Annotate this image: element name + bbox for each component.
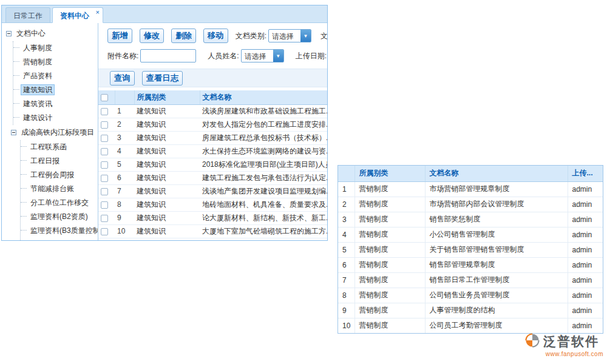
document-name-cell: 销售部奖惩制度: [425, 212, 568, 227]
tab-bar: 日常工作 资料中心 ×: [2, 5, 327, 23]
tree-root-project[interactable]: 成渝高铁内江标段项目: [11, 125, 97, 140]
category-cell: 营销制度: [354, 272, 425, 288]
category-cell: 营销制度: [354, 197, 425, 212]
tab-data-center[interactable]: 资料中心 ×: [52, 7, 103, 23]
sidebar-item[interactable]: 建筑设计: [13, 111, 97, 125]
document-name-cell: 论大厦新材料、新结构、新技术、新工...: [200, 211, 327, 224]
row-checkbox[interactable]: [101, 121, 108, 129]
checkbox-cell: [98, 118, 115, 131]
fanpu-branding: 泛普软件 www.fanpusoft.com: [524, 332, 603, 357]
project-item[interactable]: 节能减排台账: [21, 182, 97, 196]
project-item[interactable]: 工程例会周报: [21, 168, 97, 182]
row-checkbox[interactable]: [101, 161, 108, 169]
document-name-cell: 市场营销部内部会议管理制度: [425, 197, 568, 212]
row-number-cell: 8: [115, 198, 134, 211]
panel-body: 文档中心 人事制度 营销制度 产品资料: [2, 23, 327, 240]
document-row[interactable]: 1 建筑知识 浅谈房屋建筑和市政基础设施工程施工...: [98, 104, 327, 118]
document-row[interactable]: 5 建筑知识 2018标准化监理项目部(业主项目部)人员...: [98, 158, 327, 171]
uploader-cell: admin: [568, 212, 603, 227]
project-item[interactable]: 工程日报: [21, 154, 97, 168]
document-row[interactable]: 6 营销制度 销售部管理规章制度 admin: [338, 257, 603, 272]
document-name-cell: 房屋建筑工程总承包投标书（技术标）...: [200, 131, 327, 144]
document-row[interactable]: 5 营销制度 关于销售部管理销售管理制度 admin: [338, 242, 603, 257]
sidebar-item[interactable]: 产品资料: [13, 69, 97, 83]
project-item-label: 工程日报: [29, 156, 61, 166]
tree-root-label: 文档中心: [15, 28, 47, 39]
row-checkbox[interactable]: [101, 228, 108, 235]
delete-button[interactable]: 删除: [171, 29, 196, 43]
document-row[interactable]: 3 营销制度 销售部奖惩制度 admin: [338, 212, 603, 227]
uploader-cell: admin: [568, 181, 603, 197]
document-name-cell: 大厦地下室加气砼墙砌筑工程的施工方...: [200, 224, 327, 238]
document-row[interactable]: 9 建筑知识 论大厦新材料、新结构、新技术、新工...: [98, 211, 327, 224]
document-center-window: 日常工作 资料中心 × 文档中心 人事制度: [1, 5, 328, 241]
row-checkbox[interactable]: [101, 215, 108, 222]
modify-button[interactable]: 修改: [140, 29, 164, 43]
close-tab-icon[interactable]: ×: [96, 8, 100, 16]
row-number-cell: 5: [115, 158, 134, 171]
checkbox-cell: [98, 224, 115, 238]
document-row[interactable]: 8 营销制度 公司销售业务员管理制度 admin: [338, 288, 603, 303]
document-row[interactable]: 1 营销制度 市场营销部管理规章制度 admin: [338, 181, 603, 197]
documents-table: 所属别类 文档名称 1 建筑知识 浅谈房屋建筑和市政基础设施工程施工...: [98, 90, 327, 238]
checkbox-cell: [98, 131, 115, 144]
document-row[interactable]: 10 建筑知识 大厦地下室加气砼墙砌筑工程的施工方...: [98, 224, 327, 238]
row-number-cell: 4: [115, 144, 134, 158]
document-row[interactable]: 7 建筑知识 浅谈地产集团开发建设项目监理规划编...: [98, 184, 327, 198]
category-cell: 营销制度: [354, 227, 425, 242]
project-item[interactable]: 分工单位工作移交: [21, 196, 97, 210]
collapse-icon[interactable]: [6, 31, 12, 36]
person-name-select[interactable]: 请选择 ▼: [241, 49, 284, 62]
sidebar-item-label: 建筑知识: [21, 85, 54, 95]
project-item-label: 分工单位工作移交: [29, 198, 90, 207]
doc-category-select[interactable]: 请选择 ▼: [268, 29, 311, 42]
row-checkbox[interactable]: [101, 201, 108, 209]
attachment-name-input[interactable]: [140, 49, 196, 62]
document-row[interactable]: 4 建筑知识 水土保持生态环境监测网络的建设与资...: [98, 144, 327, 158]
move-button[interactable]: 移动: [203, 29, 228, 43]
document-row[interactable]: 9 营销制度 人事管理制度的结构 admin: [338, 303, 603, 318]
row-checkbox[interactable]: [101, 135, 108, 142]
project-item-label: 工程联系函: [29, 142, 69, 152]
document-row[interactable]: 4 营销制度 小公司销售管理制度 admin: [338, 227, 603, 242]
row-checkbox[interactable]: [101, 188, 108, 195]
project-item[interactable]: 监理资料(B2资质): [21, 210, 97, 224]
row-number-cell: 10: [115, 224, 134, 238]
project-item[interactable]: 监理资料(B4质量控制): [21, 238, 97, 240]
document-row[interactable]: 3 建筑知识 房屋建筑工程总承包投标书（技术标）...: [98, 131, 327, 144]
category-cell: 营销制度: [354, 242, 425, 257]
collapse-icon[interactable]: [11, 130, 16, 135]
project-item[interactable]: 工程联系函: [21, 140, 97, 154]
tab-daily-work[interactable]: 日常工作: [5, 7, 50, 22]
tree-root-document-center[interactable]: 文档中心: [6, 26, 97, 41]
document-row[interactable]: 10 营销制度 公司员工考勤管理制度 admin: [338, 318, 603, 333]
category-cell: 营销制度: [354, 288, 425, 303]
document-row[interactable]: 2 建筑知识 对发包人指定分包的工程施工进度安排...: [98, 118, 327, 131]
row-checkbox[interactable]: [101, 148, 108, 155]
row-checkbox[interactable]: [101, 108, 108, 115]
document-row[interactable]: 7 营销制度 销售部日常工作管理制度 admin: [338, 272, 603, 288]
project-item[interactable]: 监理资料(B3质量控制): [21, 224, 97, 238]
desktop: 日常工作 资料中心 × 文档中心 人事制度: [0, 0, 607, 364]
sidebar-item[interactable]: 建筑资讯: [13, 97, 97, 111]
select-all-checkbox[interactable]: [101, 94, 108, 101]
document-row[interactable]: 2 营销制度 市场营销部内部会议管理制度 admin: [338, 197, 603, 212]
category-cell: 营销制度: [354, 257, 425, 272]
view-log-button[interactable]: 查看日志: [142, 71, 183, 86]
new-button[interactable]: 新增: [107, 29, 132, 43]
document-row[interactable]: 6 建筑知识 建筑工程施工发包与承包违法行为认定...: [98, 171, 327, 184]
query-button[interactable]: 查询: [110, 71, 135, 86]
uploader-cell: admin: [568, 242, 603, 257]
document-row[interactable]: 8 建筑知识 地砖地面材料、机具准备、质量要求及...: [98, 198, 327, 211]
sidebar-item[interactable]: 建筑知识: [13, 83, 97, 97]
row-number-cell: 1: [115, 104, 134, 118]
document-list-pane: 新增 修改 删除 移动 文档类别: 请选择 ▼ 文档名称: 附件名称: 人员姓名…: [98, 23, 327, 240]
person-name-label: 人员姓名:: [208, 51, 239, 61]
chevron-down-icon: ▼: [273, 50, 283, 62]
toolbar-row-1: 新增 修改 删除 移动 文档类别: 请选择 ▼ 文档名称:: [107, 29, 327, 43]
row-checkbox[interactable]: [101, 175, 108, 182]
sidebar-item[interactable]: 人事制度: [13, 41, 97, 55]
document-name-cell: 地砖地面材料、机具准备、质量要求及...: [200, 198, 327, 211]
sidebar-item[interactable]: 营销制度: [13, 55, 97, 69]
sidebar-item-label: 人事制度: [21, 43, 54, 53]
